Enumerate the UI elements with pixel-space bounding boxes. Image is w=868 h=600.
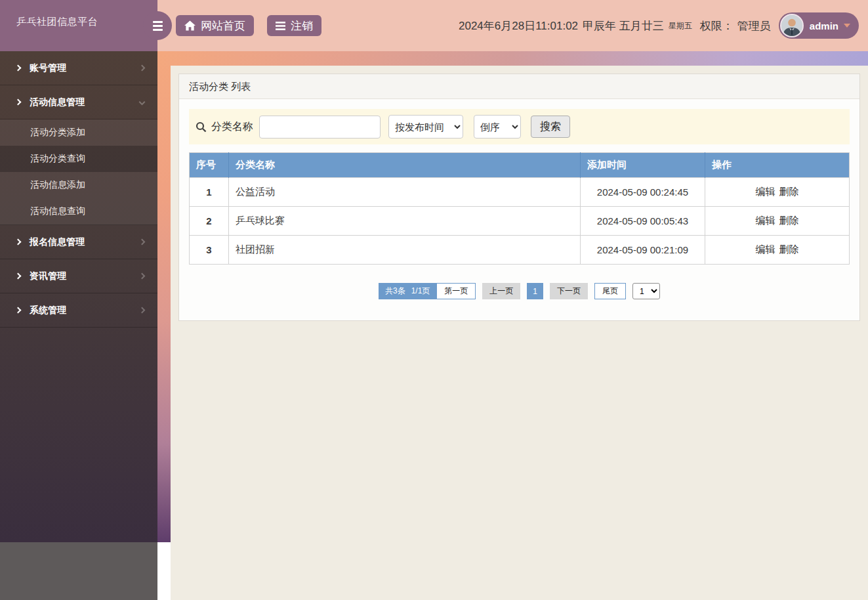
logout-button-label: 注销 <box>291 18 313 33</box>
sidebar-item-label: 资讯管理 <box>30 270 66 282</box>
permission-label: 权限： <box>700 18 734 33</box>
logout-button[interactable]: 注销 <box>267 15 321 36</box>
cell-no: 2 <box>190 207 229 236</box>
search-button[interactable]: 搜索 <box>531 116 570 138</box>
chevron-right-icon <box>139 273 146 280</box>
submenu-item-label: 活动分类添加 <box>30 127 85 139</box>
sidebar-toggle-button[interactable] <box>143 11 172 40</box>
header-no: 序号 <box>190 153 229 178</box>
cell-name: 社团招新 <box>229 236 581 265</box>
sidebar-item-label: 账号管理 <box>30 62 66 74</box>
cell-no: 1 <box>190 178 229 207</box>
cell-time: 2024-05-09 00:21:09 <box>581 236 705 265</box>
chevron-right-icon <box>15 273 22 280</box>
prev-page-button[interactable]: 上一页 <box>482 283 520 299</box>
sidebar-item-label: 报名信息管理 <box>30 236 85 248</box>
cell-ops: 编辑删除 <box>705 236 850 265</box>
sort-order-select[interactable]: 倒序 <box>474 115 521 139</box>
search-label: 分类名称 <box>211 120 253 134</box>
topbar-info: 2024年6月28日11:01:02 甲辰年 五月廿三 星期五 权限： 管理员 … <box>459 12 859 39</box>
home-icon <box>184 20 196 31</box>
sidebar: 账号管理 活动信息管理 活动分类添加 活动分类查询 活动信息添加 活动信息查询 … <box>0 51 157 542</box>
edit-link[interactable]: 编辑 <box>756 215 775 226</box>
username: admin <box>810 20 838 32</box>
submenu-item-category-query[interactable]: 活动分类查询 <box>0 146 157 172</box>
cell-ops: 编辑删除 <box>705 207 850 236</box>
current-page-button[interactable]: 1 <box>527 283 543 299</box>
list-icon <box>276 22 285 30</box>
gradient-strip <box>157 51 171 542</box>
table-row: 3 社团招新 2024-05-09 00:21:09 编辑删除 <box>190 236 850 265</box>
sidebar-footer <box>0 542 157 600</box>
chevron-right-icon <box>15 65 22 72</box>
next-page-button[interactable]: 下一页 <box>550 283 588 299</box>
last-page-button[interactable]: 尾页 <box>594 283 626 299</box>
delete-link[interactable]: 删除 <box>779 215 799 226</box>
home-button-label: 网站首页 <box>201 18 245 33</box>
total-count: 共3条 <box>385 286 405 297</box>
header-ops: 操作 <box>705 153 850 178</box>
datetime-text: 2024年6月28日11:01:02 <box>459 18 578 33</box>
submenu-item-label: 活动分类查询 <box>30 153 85 165</box>
search-input[interactable] <box>259 116 381 139</box>
sidebar-item-label: 活动信息管理 <box>30 96 85 108</box>
chevron-right-icon <box>15 307 22 314</box>
cell-time: 2024-05-09 00:05:43 <box>581 207 705 236</box>
pagination-group: 共3条 1/1页 第一页 <box>379 283 476 299</box>
table-row: 2 乒乓球比赛 2024-05-09 00:05:43 编辑删除 <box>190 207 850 236</box>
sidebar-item-accounts[interactable]: 账号管理 <box>0 51 157 85</box>
edit-link[interactable]: 编辑 <box>756 244 775 255</box>
page-select[interactable]: 1 <box>632 283 660 299</box>
search-bar: 分类名称 按发布时间 倒序 搜索 <box>189 109 850 144</box>
submenu-item-label: 活动信息添加 <box>30 179 85 191</box>
sidebar-item-system[interactable]: 系统管理 <box>0 293 157 328</box>
chevron-right-icon <box>139 239 146 246</box>
cell-name: 公益活动 <box>229 178 581 207</box>
cell-name: 乒乓球比赛 <box>229 207 581 236</box>
topbar-actions: 网站首页 注销 <box>176 15 321 36</box>
sidebar-submenu: 活动分类添加 活动分类查询 活动信息添加 活动信息查询 <box>0 119 157 225</box>
gradient-band <box>157 51 868 66</box>
weekday-text: 星期五 <box>669 20 692 32</box>
pagination-total-badge: 共3条 1/1页 <box>379 283 436 299</box>
avatar <box>780 14 804 37</box>
main-content: 活动分类 列表 分类名称 按发布时间 倒序 搜索 序号 <box>171 66 868 600</box>
header-name: 分类名称 <box>229 153 581 178</box>
pagination: 共3条 1/1页 第一页 上一页 1 下一页 尾页 1 <box>189 283 850 299</box>
sidebar-item-registration[interactable]: 报名信息管理 <box>0 225 157 259</box>
panel-body: 分类名称 按发布时间 倒序 搜索 序号 分类名称 添加时间 操作 <box>179 99 859 320</box>
brand-title: 乒乓社团信息平台 <box>16 0 98 51</box>
chevron-down-icon <box>139 99 146 106</box>
caret-down-icon <box>844 24 850 28</box>
cell-ops: 编辑删除 <box>705 178 850 207</box>
submenu-item-info-add[interactable]: 活动信息添加 <box>0 172 157 198</box>
chevron-right-icon <box>139 65 146 72</box>
table-row: 1 公益活动 2024-05-09 00:24:45 编辑删除 <box>190 178 850 207</box>
delete-link[interactable]: 删除 <box>779 186 799 197</box>
topbar: 网站首页 注销 2024年6月28日11:01:02 甲辰年 五月廿三 星期五 … <box>157 0 868 51</box>
hamburger-icon <box>153 21 163 31</box>
delete-link[interactable]: 删除 <box>779 244 799 255</box>
submenu-item-info-query[interactable]: 活动信息查询 <box>0 198 157 225</box>
page-info: 1/1页 <box>411 286 430 297</box>
first-page-button[interactable]: 第一页 <box>436 283 476 299</box>
sidebar-item-activity-info[interactable]: 活动信息管理 <box>0 85 157 119</box>
home-button[interactable]: 网站首页 <box>176 15 254 36</box>
cell-no: 3 <box>190 236 229 265</box>
user-menu[interactable]: admin <box>779 12 859 39</box>
chevron-right-icon <box>139 307 146 314</box>
search-icon <box>196 121 207 133</box>
header-time: 添加时间 <box>581 153 705 178</box>
panel-title: 活动分类 列表 <box>179 74 859 99</box>
chevron-right-icon <box>15 99 22 106</box>
sidebar-item-label: 系统管理 <box>30 305 66 316</box>
edit-link[interactable]: 编辑 <box>756 186 775 197</box>
sidebar-item-news[interactable]: 资讯管理 <box>0 259 157 293</box>
category-list-panel: 活动分类 列表 分类名称 按发布时间 倒序 搜索 序号 <box>178 74 860 321</box>
role-text: 管理员 <box>737 18 771 33</box>
submenu-item-category-add[interactable]: 活动分类添加 <box>0 119 157 146</box>
chevron-right-icon <box>15 239 22 246</box>
submenu-item-label: 活动信息查询 <box>30 205 85 217</box>
table-header-row: 序号 分类名称 添加时间 操作 <box>190 153 850 178</box>
sort-field-select[interactable]: 按发布时间 <box>388 115 463 139</box>
